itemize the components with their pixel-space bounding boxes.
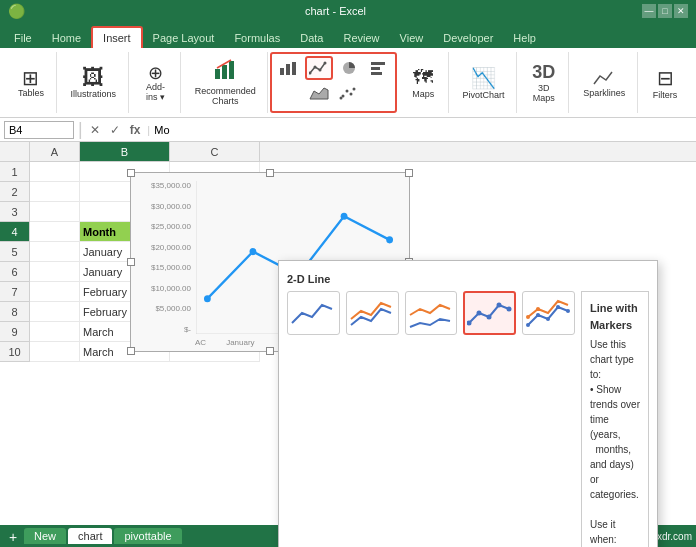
- svg-rect-13: [371, 72, 382, 75]
- col-header-a[interactable]: A: [30, 142, 80, 161]
- cell-a8[interactable]: [30, 302, 80, 322]
- line-chart-option-1[interactable]: [287, 291, 340, 335]
- bar-chart-button[interactable]: [365, 57, 391, 79]
- svg-point-30: [506, 307, 511, 312]
- sparklines-button[interactable]: Sparklines: [577, 64, 631, 102]
- tab-help[interactable]: Help: [503, 28, 546, 48]
- minimize-button[interactable]: —: [642, 4, 656, 18]
- col-header-c[interactable]: C: [170, 142, 260, 161]
- tables-button[interactable]: ⊞ Tables: [12, 64, 50, 102]
- row-header-8[interactable]: 8: [0, 302, 30, 322]
- column-chart-button[interactable]: [276, 57, 302, 79]
- line-chart-option-3[interactable]: [405, 291, 458, 335]
- sheet-tab-chart[interactable]: chart: [68, 528, 112, 544]
- illustrations-icon: 🖼: [82, 67, 104, 89]
- svg-point-15: [346, 90, 349, 93]
- sheet-tab-pivottable[interactable]: pivottable: [114, 528, 181, 544]
- pie-chart-button[interactable]: [336, 57, 362, 79]
- cancel-formula-button[interactable]: ✕: [87, 123, 103, 137]
- line-chart-option-2[interactable]: [346, 291, 399, 335]
- pivotchart-button[interactable]: 📉 PivotChart: [456, 62, 510, 104]
- ribbon-group-charts: [270, 52, 396, 113]
- row-header-1[interactable]: 1: [0, 162, 30, 182]
- recommended-charts-icon: [213, 59, 237, 86]
- chart-handle-tm[interactable]: [266, 169, 274, 177]
- 3d-button[interactable]: 3D 3DMaps: [526, 58, 561, 107]
- maps-button[interactable]: 🗺 Maps: [406, 62, 440, 103]
- cell-a2[interactable]: [30, 182, 80, 202]
- col-headers: A B C: [0, 142, 696, 162]
- col-header-b[interactable]: B: [80, 142, 170, 161]
- cell-a1[interactable]: [30, 162, 80, 182]
- add-sheet-button[interactable]: +: [4, 530, 22, 544]
- cell-a7[interactable]: [30, 282, 80, 302]
- maximize-button[interactable]: □: [658, 4, 672, 18]
- row-header-3[interactable]: 3: [0, 202, 30, 222]
- ribbon-group-tables: ⊞ Tables: [6, 52, 57, 113]
- close-button[interactable]: ✕: [674, 4, 688, 18]
- tab-review[interactable]: Review: [333, 28, 389, 48]
- chart-handle-bm[interactable]: [266, 347, 274, 355]
- ribbon-group-maps: 🗺 Maps: [399, 52, 449, 113]
- chart-handle-bl[interactable]: [127, 347, 135, 355]
- tab-insert[interactable]: Insert: [91, 26, 143, 48]
- chart-y-label: $10,000.00: [139, 284, 191, 293]
- addins-button[interactable]: ⊕ Add-ins ▾: [140, 60, 171, 106]
- sheet-tab-new[interactable]: New: [24, 528, 66, 544]
- row-header-4[interactable]: 4: [0, 222, 30, 242]
- chart-handle-tr[interactable]: [405, 169, 413, 177]
- 2d-line-title: 2-D Line: [287, 269, 649, 291]
- svg-point-37: [536, 307, 540, 311]
- line-with-markers-option[interactable]: [463, 291, 516, 335]
- tab-file[interactable]: File: [4, 28, 42, 48]
- line-charts-dropdown: 2-D Line: [278, 260, 658, 547]
- title-bar: 🟢 chart - Excel — □ ✕: [0, 0, 696, 22]
- row-header-9[interactable]: 9: [0, 322, 30, 342]
- chart-y-label: $15,000.00: [139, 263, 191, 272]
- row-header-7[interactable]: 7: [0, 282, 30, 302]
- svg-point-33: [546, 317, 550, 321]
- tab-formulas[interactable]: Formulas: [224, 28, 290, 48]
- cell-a10[interactable]: [30, 342, 80, 362]
- cell-a5[interactable]: [30, 242, 80, 262]
- svg-point-24: [341, 213, 348, 220]
- insert-function-button[interactable]: fx: [127, 123, 144, 137]
- filters-button[interactable]: ⊟ Filters: [647, 62, 684, 104]
- svg-rect-2: [229, 61, 234, 79]
- cell-a4[interactable]: [30, 222, 80, 242]
- line-chart-button[interactable]: [305, 56, 333, 80]
- confirm-formula-button[interactable]: ✓: [107, 123, 123, 137]
- chart-handle-tl[interactable]: [127, 169, 135, 177]
- area-chart-button[interactable]: [306, 82, 332, 104]
- svg-point-8: [319, 69, 322, 72]
- ribbon-group-illustrations: 🖼 Illustrations: [59, 52, 129, 113]
- recommended-charts-button[interactable]: RecommendedCharts: [189, 55, 262, 110]
- svg-point-36: [526, 315, 530, 319]
- tooltip-title: Line with Markers: [590, 300, 640, 333]
- filters-icon: ⊟: [657, 66, 674, 90]
- row-header-5[interactable]: 5: [0, 242, 30, 262]
- illustrations-button[interactable]: 🖼 Illustrations: [65, 63, 123, 103]
- svg-rect-0: [215, 69, 220, 79]
- tab-pagelayout[interactable]: Page Layout: [143, 28, 225, 48]
- name-box[interactable]: [4, 121, 74, 139]
- tab-data[interactable]: Data: [290, 28, 333, 48]
- cell-a3[interactable]: [30, 202, 80, 222]
- row-header-2[interactable]: 2: [0, 182, 30, 202]
- svg-point-29: [496, 303, 501, 308]
- row-header-6[interactable]: 6: [0, 262, 30, 282]
- cell-a9[interactable]: [30, 322, 80, 342]
- line-chart-option-5[interactable]: [522, 291, 575, 335]
- cell-a6[interactable]: [30, 262, 80, 282]
- svg-rect-4: [286, 64, 290, 75]
- svg-rect-3: [280, 68, 284, 75]
- tab-view[interactable]: View: [390, 28, 434, 48]
- tab-developer[interactable]: Developer: [433, 28, 503, 48]
- svg-point-35: [566, 309, 570, 313]
- scatter-chart-button[interactable]: [335, 82, 361, 104]
- row-header-10[interactable]: 10: [0, 342, 30, 362]
- 3d-icon: 3D: [532, 62, 555, 83]
- chart-y-label: $20,000.00: [139, 243, 191, 252]
- tab-home[interactable]: Home: [42, 28, 91, 48]
- chart-handle-ml[interactable]: [127, 258, 135, 266]
